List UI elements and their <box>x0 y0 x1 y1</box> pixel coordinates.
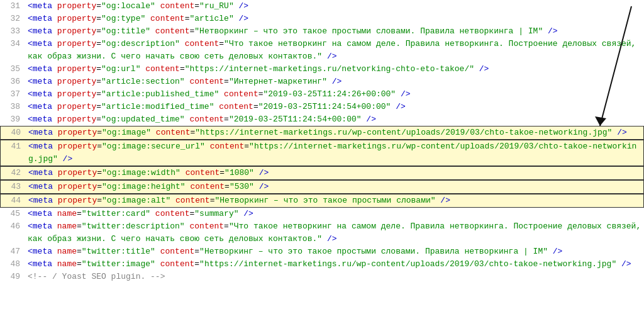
tag-token: <meta <box>28 259 57 269</box>
line-number: 44 <box>3 194 21 207</box>
attr-value-token: "article:published_time" <box>101 89 219 99</box>
line-content: <!-- / Yoast SEO plugin. --> <box>28 271 641 283</box>
code-line: 46<meta name="twitter:description" conte… <box>0 220 644 245</box>
text-token: = <box>258 89 264 99</box>
text-token: = <box>185 14 190 23</box>
attr-value-token: "article" <box>190 14 234 23</box>
tag-token: /> <box>396 89 410 99</box>
attr-name-token: content <box>170 196 209 205</box>
tag-token: <meta <box>28 102 57 111</box>
text-token: = <box>96 14 101 23</box>
tag-token: /> <box>58 154 72 164</box>
attr-name-token: property <box>57 26 96 36</box>
attr-value-token: "og:image" <box>102 128 151 137</box>
line-number: 45 <box>3 208 20 220</box>
code-block: 31<meta property="og:locale" content="ru… <box>0 0 644 326</box>
attr-value-token: "og:description" <box>101 39 180 48</box>
attr-name-token: content <box>180 39 219 48</box>
line-number: 42 <box>3 167 21 179</box>
tag-token: /> <box>327 77 341 86</box>
attr-value-token: "twitter:title" <box>82 247 155 256</box>
attr-value-token: "og:title" <box>101 26 150 36</box>
tag-token: /> <box>612 128 626 137</box>
code-line: 43<meta property="og:image:height" conte… <box>0 180 644 194</box>
line-number: 31 <box>3 0 20 13</box>
attr-name-token: content <box>150 26 189 36</box>
attr-value-token: "article:modified_time" <box>101 102 214 111</box>
attr-name-token: content <box>205 142 244 151</box>
line-number: 36 <box>3 76 20 88</box>
attr-name-token: content <box>145 14 184 23</box>
attr-name-token: content <box>155 259 194 269</box>
attr-name-token: property <box>57 14 96 23</box>
text-token: = <box>224 222 229 231</box>
line-content: <meta property="og:description" content=… <box>28 38 641 63</box>
attr-value-token: "twitter:description" <box>82 222 185 231</box>
text-token: = <box>77 247 82 256</box>
attr-value-token: "article:section" <box>101 77 185 86</box>
text-token: = <box>210 196 215 205</box>
line-number: 38 <box>3 101 20 113</box>
text-token: = <box>96 115 101 124</box>
text-token: = <box>96 89 101 99</box>
attr-name-token: content <box>155 247 194 256</box>
attr-name-token: content <box>185 222 224 231</box>
code-line: 39<meta property="og:updated_time" conte… <box>0 113 644 126</box>
code-line: 40<meta property="og:image" content="htt… <box>0 126 644 140</box>
line-number: 41 <box>3 140 21 153</box>
attr-value-token: "summary" <box>194 209 238 218</box>
text-token: = <box>194 247 199 256</box>
attr-value-token: "og:image:width" <box>102 168 180 177</box>
tag-token: <meta <box>28 142 58 151</box>
line-content: <meta property="article:section" content… <box>28 76 641 88</box>
tag-token: <meta <box>28 39 57 48</box>
tag-token: /> <box>474 64 489 74</box>
attr-name-token: property <box>57 39 96 48</box>
text-token: = <box>180 64 185 74</box>
tag-token: /> <box>543 26 557 36</box>
attr-value-token: "2019-03-25T11:24:54+00:00" <box>258 102 391 111</box>
text-token: = <box>96 64 101 74</box>
line-number: 40 <box>3 126 21 139</box>
tag-token: <meta <box>28 64 57 74</box>
attr-value-token: "Нетворкинг – что это такое простыми сло… <box>215 196 436 205</box>
line-number: 32 <box>3 13 20 25</box>
code-line: 37<meta property="article:published_time… <box>0 88 644 101</box>
code-viewer: 31<meta property="og:locale" content="ru… <box>0 0 644 326</box>
tag-token: <meta <box>28 209 57 218</box>
tag-token: <meta <box>28 1 57 11</box>
attr-value-token: "Нетворкинг – что это такое простыми сло… <box>194 26 543 36</box>
attr-value-token: "https://internet-marketings.ru/wp-conte… <box>199 259 616 269</box>
attr-value-token: "https://internet-marketings.ru/wp-conte… <box>195 128 612 137</box>
attr-name-token: content <box>185 115 224 124</box>
code-line: 44<meta property="og:image:alt" content=… <box>0 194 644 208</box>
text-token: = <box>224 77 229 86</box>
text-token: = <box>97 182 102 191</box>
text-token: = <box>96 102 101 111</box>
attr-value-token: "530" <box>230 182 254 191</box>
text-token: = <box>96 1 101 11</box>
line-number: 33 <box>3 25 20 38</box>
attr-name-token: content <box>155 1 194 11</box>
attr-name-token: property <box>57 1 96 11</box>
attr-value-token: "https://internet-marketings.ru/netvorki… <box>185 64 474 74</box>
comment-token: <!-- / Yoast SEO plugin. --> <box>28 272 165 281</box>
line-content: <meta property="og:locale" content="ru_R… <box>28 0 641 13</box>
code-line: 42<meta property="og:image:width" conten… <box>0 166 644 180</box>
attr-value-token: "og:image:height" <box>102 182 186 191</box>
attr-name-token: property <box>58 168 97 177</box>
line-number: 46 <box>3 220 20 233</box>
attr-value-token: "og:image:alt" <box>102 196 170 205</box>
attr-name-token: content <box>180 168 219 177</box>
attr-name-token: content <box>140 64 179 74</box>
tag-token: /> <box>548 247 562 256</box>
code-line: 38<meta property="article:modified_time"… <box>0 101 644 113</box>
tag-token: <meta <box>28 115 57 124</box>
attr-name-token: property <box>57 64 96 74</box>
line-content: <meta property="og:updated_time" content… <box>28 113 641 126</box>
text-token: = <box>219 39 224 48</box>
attr-name-token: property <box>58 196 97 205</box>
code-line: 35<meta property="og:url" content="https… <box>0 63 644 76</box>
text-token: = <box>97 128 102 137</box>
tag-token: /> <box>391 102 405 111</box>
